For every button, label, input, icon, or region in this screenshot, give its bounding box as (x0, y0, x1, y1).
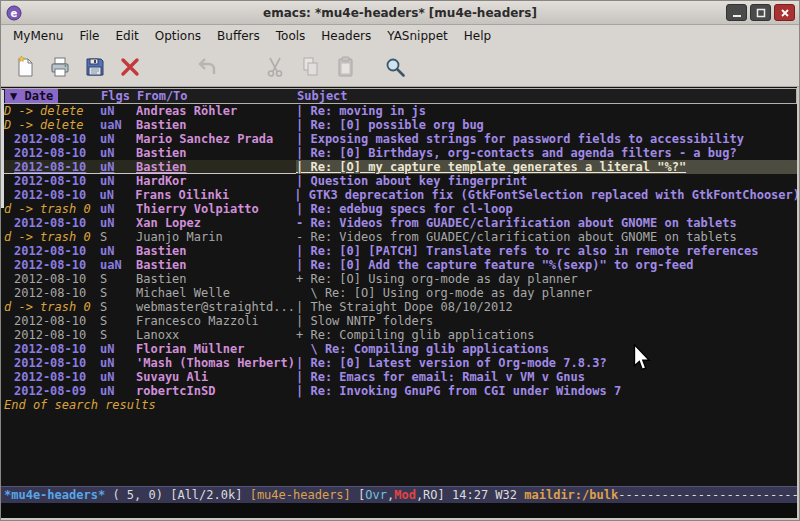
msg-from: Michael Welle (136, 286, 296, 300)
message-row[interactable]: d -> trash 0uNThierry Volpiatto| Re: ede… (1, 202, 797, 216)
modeline-mode: [mu4e-headers] (250, 488, 351, 502)
msg-marker: d -> trash 0 (1, 202, 100, 216)
msg-from: Bastien (136, 244, 296, 258)
scrollbar-thumb[interactable] (1, 90, 4, 208)
msg-marker: 2012-08-10 (1, 188, 99, 202)
msg-subject: + Re: Compiling glib applications (296, 328, 797, 342)
minibuffer[interactable] (1, 503, 797, 518)
msg-flags: uN (100, 160, 136, 174)
msg-from: robertcInSD (136, 384, 296, 398)
msg-from: Lanoxx (136, 328, 296, 342)
emacs-window: e emacs: *mu4e-headers* [mu4e-headers] M… (0, 0, 800, 521)
maximize-button[interactable] (750, 4, 771, 21)
message-row[interactable]: D -> deleteuaNBastien| Re: [0] possible … (1, 118, 797, 132)
menu-item-file[interactable]: File (71, 27, 107, 45)
menu-item-headers[interactable]: Headers (313, 27, 379, 45)
msg-subject: - Re: Videos from GUADEC/clarification a… (296, 216, 797, 230)
message-row[interactable]: 2012-08-10SFrancesco Mazzoli| Slow NNTP … (1, 314, 797, 328)
new-file-icon (13, 55, 37, 79)
column-subject[interactable]: Subject (297, 89, 796, 103)
column-flags[interactable]: Flgs (101, 89, 137, 103)
minimize-button[interactable] (726, 4, 747, 21)
msg-flags: S (100, 230, 136, 244)
msg-from: Xan Lopez (136, 216, 296, 230)
msg-flags: uN (100, 384, 136, 398)
search-icon (383, 55, 407, 79)
open-file-button[interactable] (44, 51, 76, 83)
window-controls (726, 4, 795, 21)
message-row[interactable]: 2012-08-10uNHardKor| Question about key … (1, 174, 797, 188)
msg-flags: uN (100, 216, 136, 230)
message-row[interactable]: 2012-08-10uNBastien| Re: [0] [PATCH] Tra… (1, 244, 797, 258)
menu-item-tools[interactable]: Tools (268, 27, 314, 45)
msg-from: Bastien (136, 146, 296, 160)
msg-subject: | Re: moving in js (296, 104, 797, 118)
close-button[interactable] (774, 4, 795, 21)
menu-item-buffers[interactable]: Buffers (209, 27, 268, 45)
toolbar (1, 47, 799, 87)
msg-marker: 2012-08-10 (1, 342, 100, 356)
msg-subject: | The Straight Dope 08/10/2012 (296, 300, 797, 314)
message-row[interactable]: 2012-08-10SMichael Welle \ Re: [O] Using… (1, 286, 797, 300)
msg-flags: uN (100, 202, 136, 216)
message-row[interactable]: 2012-08-10uNMario Sanchez Prada| Exposin… (1, 132, 797, 146)
msg-subject: + Re: [O] Using org-mode as day planner (296, 272, 797, 286)
msg-subject: | Re: Emacs for email: Rmail v VM v Gnus (296, 370, 797, 384)
msg-flags: uN (100, 146, 136, 160)
menu-item-help[interactable]: Help (456, 27, 499, 45)
save-buffer-button[interactable] (79, 51, 111, 83)
maximize-icon (756, 8, 766, 18)
menu-item-mymenu[interactable]: MyMenu (5, 27, 71, 45)
message-row[interactable]: D -> deleteuNAndreas Röhler| Re: moving … (1, 104, 797, 118)
msg-subject: | Re: [O] my capture template generates … (296, 160, 797, 174)
message-row[interactable]: 2012-08-10uaNBastien| Re: [0] Add the ca… (1, 258, 797, 272)
menu-item-edit[interactable]: Edit (108, 27, 147, 45)
modeline-plain: ( 5, 0) [All/2.0k] (105, 488, 250, 502)
message-row[interactable]: 2012-08-10uNSuvayu Ali| Re: Emacs for em… (1, 370, 797, 384)
message-row-current[interactable]: 2012-08-10uNBastien| Re: [O] my capture … (1, 160, 797, 174)
paste-button (330, 51, 362, 83)
msg-from: Bastien (136, 258, 296, 272)
menu-bar: MyMenuFileEditOptionsBuffersToolsHeaders… (1, 25, 799, 47)
message-row[interactable]: d -> trash 0SJuanjo Marin- Re: Videos fr… (1, 230, 797, 244)
msg-subject: | Re: [0] Add the capture feature "%(sex… (296, 258, 797, 272)
message-row[interactable]: 2012-08-10uNXan Lopez- Re: Videos from G… (1, 216, 797, 230)
message-row[interactable]: 2012-08-10uN'Mash (Thomas Herbert)| Re: … (1, 356, 797, 370)
modeline-plain: ,RO] (416, 488, 445, 502)
undo-button (191, 51, 223, 83)
modeline-folder: maildir:/bulk (524, 488, 618, 502)
title-bar[interactable]: e emacs: *mu4e-headers* [mu4e-headers] (1, 1, 799, 25)
search-button[interactable] (379, 51, 411, 83)
new-file-button[interactable] (9, 51, 41, 83)
sort-column-date[interactable]: ▼ Date (5, 89, 58, 103)
menu-item-yasnippet[interactable]: YASnippet (379, 27, 456, 45)
msg-marker: 2012-08-10 (1, 174, 100, 188)
menu-item-options[interactable]: Options (147, 27, 209, 45)
msg-flags: S (100, 328, 136, 342)
message-row[interactable]: 2012-08-09uNrobertcInSD| Re: Invoking Gn… (1, 384, 797, 398)
msg-marker: 2012-08-10 (1, 160, 100, 174)
mode-line[interactable]: *mu4e-headers* ( 5, 0) [All/2.0k] [mu4e-… (1, 486, 797, 503)
copy-icon (299, 55, 323, 79)
msg-flags: uN (100, 244, 136, 258)
editor-frame: ▼ Date Flgs From/To Subject D -> deleteu… (1, 87, 799, 520)
column-from[interactable]: From/To (137, 89, 297, 103)
close-buffer-button[interactable] (114, 51, 146, 83)
message-row[interactable]: 2012-08-10SBastien+ Re: [O] Using org-mo… (1, 272, 797, 286)
msg-subject: - Re: Videos from GUADEC/clarification a… (296, 230, 797, 244)
msg-subject: \ Re: Compiling glib applications (296, 342, 797, 356)
modeline-buffer: *mu4e-headers* (4, 488, 105, 502)
message-row[interactable]: 2012-08-10SLanoxx+ Re: Compiling glib ap… (1, 328, 797, 342)
msg-subject: | Re: edebug specs for cl-loop (296, 202, 797, 216)
message-row[interactable]: 2012-08-10uNFlorian Müllner \ Re: Compil… (1, 342, 797, 356)
msg-flags: uN (100, 132, 136, 146)
msg-from: Mario Sanchez Prada (136, 132, 296, 146)
msg-marker: 2012-08-10 (1, 132, 100, 146)
message-row[interactable]: 2012-08-10uNBastien| Re: [0] Birthdays, … (1, 146, 797, 160)
msg-flags: uN (100, 356, 136, 370)
message-row[interactable]: 2012-08-10uNFrans Oilinki| GTK3 deprecat… (1, 188, 797, 202)
msg-flags: S (100, 272, 136, 286)
message-row[interactable]: d -> trash 0Swebmaster@straightd...| The… (1, 300, 797, 314)
msg-from: Frans Oilinki (135, 188, 294, 202)
msg-subject: | Re: [0] [PATCH] Translate refs to rc a… (296, 244, 797, 258)
